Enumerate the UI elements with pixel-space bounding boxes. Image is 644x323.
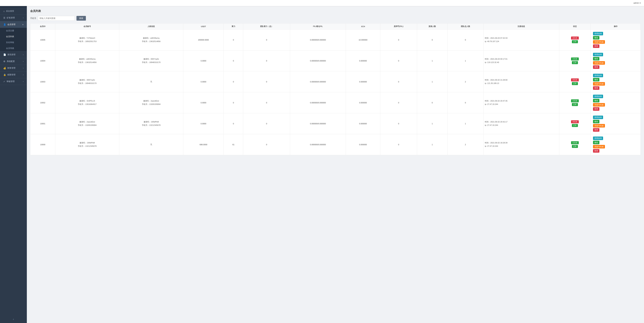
permission-icon: 🔒 xyxy=(3,73,6,76)
superior-info-1: 邀请码：006Y1p0c手机号：18948310170 xyxy=(120,57,182,64)
edit-button-0[interactable]: 修改 xyxy=(593,36,600,39)
cell-fil-2: 0.000000/0.000000 xyxy=(290,71,346,92)
audit-arrow-icon: › xyxy=(23,81,24,82)
delete-button-3[interactable]: 禁用 xyxy=(593,107,600,111)
cell-superior-0: 邀请码：w6D36w1q手机号：13632514856 xyxy=(119,29,183,50)
sidebar-item-member-label: 会员管理 xyxy=(8,23,16,26)
cell-pledge-5: 0 xyxy=(380,134,417,155)
col-header-team-computing: 团队算力（总） xyxy=(243,23,290,29)
sidebar-group-audit: ✓ 审核管理 › xyxy=(0,78,27,85)
sidebar-item-member[interactable]: 👤 会员管理 ∨ xyxy=(0,21,27,28)
sidebar-item-mining-label: 矿机管理 xyxy=(7,16,15,19)
cell-team-computing-3: 0 xyxy=(243,92,290,113)
cell-pledge-0: 0 xyxy=(380,29,417,50)
sidebar-group-mining: ☰ 矿机管理 › xyxy=(0,14,27,21)
view-button-5[interactable]: 查看返佣 xyxy=(593,137,603,140)
audit-icon: ✓ xyxy=(3,80,5,83)
recharge-button-0[interactable]: 充值与扣减 xyxy=(593,40,605,44)
view-button-4[interactable]: 查看返佣 xyxy=(593,116,603,119)
cell-direct-2: 1 xyxy=(417,71,448,92)
mining-icon: ☰ xyxy=(3,16,5,19)
info-icon: 📄 xyxy=(3,53,6,56)
member-account-info-1: 邀请码：w6D30w1q手机号：13632514856 xyxy=(57,57,118,64)
cell-team-total-3: 0 xyxy=(448,92,483,113)
search-label: 手机号 xyxy=(30,17,36,20)
system-config-icon: ⚙ xyxy=(3,60,5,63)
table-header-row: 会员ID 会员账号 上级信息 USDT 算力 团队算力（总） FIL/锁仓FIL… xyxy=(30,23,641,29)
action-cell-1: 查看返佣 修改 充值与扣减 禁用 xyxy=(592,52,639,70)
cell-team-computing-2: 0 xyxy=(243,71,290,92)
sidebar-item-info[interactable]: 📄 资讯管理 › xyxy=(0,51,27,58)
view-button-0[interactable]: 查看返佣 xyxy=(593,32,603,35)
edit-button-3[interactable]: 修改 xyxy=(593,99,600,102)
sidebar-group-finance: 💰 财务管理 › xyxy=(0,65,27,71)
page-title: 会员列表 xyxy=(30,9,641,13)
cell-account-1: 邀请码：w6D30w1q手机号：13632514856 xyxy=(55,50,119,71)
action-cell-5: 查看返佣 修改 充值与扣减 禁用 xyxy=(592,136,639,154)
reg-info-0: 时间：2021-06-03 07:42:33ip: 49.78.107.124 xyxy=(485,36,558,43)
col-header-account: 会员账号 xyxy=(55,23,119,29)
cell-xch-5: 0.000000 xyxy=(346,134,380,155)
reg-info-3: 时间：2021-06-02 20:47:35ip: 27.47.10.244 xyxy=(485,99,558,106)
edit-button-5[interactable]: 修改 xyxy=(593,141,600,144)
sidebar-item-audit[interactable]: ✓ 审核管理 › xyxy=(0,78,27,85)
view-button-1[interactable]: 查看返佣 xyxy=(593,53,603,56)
delete-button-1[interactable]: 禁用 xyxy=(593,65,600,69)
col-header-status: 状态 xyxy=(559,23,591,29)
view-button-3[interactable]: 查看返佣 xyxy=(593,95,603,98)
sidebar-group-member: 👤 会员管理 ∨ 会员注册 会员列表 实名审核 会员等级 xyxy=(0,21,27,51)
topbar-user[interactable]: admin ▾ xyxy=(634,2,641,4)
delete-button-0[interactable]: 禁用 xyxy=(593,44,600,48)
cell-team-total-0: 0 xyxy=(448,29,483,50)
reg-info-5: 时间：2021-06-02 18:28:39ip: 27.47.10.244 xyxy=(485,141,558,148)
delete-button-2[interactable]: 禁用 xyxy=(593,86,600,90)
cell-xch-0: 10.000000 xyxy=(346,29,380,50)
col-header-action: 操作 xyxy=(591,23,641,29)
cell-action-1: 查看返佣 修改 充值与扣减 禁用 xyxy=(591,50,641,71)
col-header-usdt: USDT xyxy=(183,23,224,29)
cell-team-total-2: 2 xyxy=(448,71,483,92)
edit-button-2[interactable]: 修改 xyxy=(593,78,600,81)
sidebar-item-home[interactable]: ⌂ 后台首页 xyxy=(0,8,27,14)
sidebar-item-system[interactable]: ⚙ 系统配置 › xyxy=(0,58,27,65)
recharge-button-2[interactable]: 充值与扣减 xyxy=(593,82,605,86)
table-row: 10005 邀请码：TJ70ekoO手机号：18502551753 邀请码：w6… xyxy=(30,29,641,50)
sidebar-item-finance[interactable]: 💰 财务管理 › xyxy=(0,65,27,71)
reg-info-4: 时间：2021-06-02 20:42:17ip: 27.47.10.244 xyxy=(485,120,558,127)
table-row: 10000 邀请码：1WldPld9手机号：13212345678 无 688.… xyxy=(30,134,641,155)
cell-team-total-1: 1 xyxy=(448,50,483,71)
recharge-button-1[interactable]: 充值与扣减 xyxy=(593,61,605,65)
sidebar-item-permission-label: 权限管理 xyxy=(8,73,16,76)
cell-fil-0: 0.000000/0.000000 xyxy=(290,29,346,50)
delete-button-5[interactable]: 禁用 xyxy=(593,149,600,153)
permission-arrow-icon: › xyxy=(23,74,24,76)
table-row: 10003 邀请码：006Y1p0c手机号：18948310170 无 0.00… xyxy=(30,71,641,92)
sidebar-item-real-name[interactable]: 实名审核 xyxy=(0,39,27,45)
sidebar-item-member-register[interactable]: 会员注册 xyxy=(0,28,27,34)
col-header-reg: 注册信息 xyxy=(483,23,559,29)
cell-team-computing-1: 0 xyxy=(243,50,290,71)
table-row: 10004 邀请码：w6D30w1q手机号：13632514856 邀请码：00… xyxy=(30,50,641,71)
delete-button-4[interactable]: 禁用 xyxy=(593,128,600,132)
view-button-2[interactable]: 查看返佣 xyxy=(593,74,603,77)
cell-account-2: 邀请码：006Y1p0c手机号：18948310170 xyxy=(55,71,119,92)
search-input[interactable] xyxy=(38,16,75,20)
col-header-superior: 上级信息 xyxy=(119,23,183,29)
edit-button-4[interactable]: 修改 xyxy=(593,120,600,123)
edit-button-1[interactable]: 修改 xyxy=(593,57,600,60)
sidebar-collapse-button[interactable]: ‹ xyxy=(0,316,27,323)
sidebar: ▪ 后台管理系统 ⌂ 后台首页 ☰ 矿机管理 › 👤 会员管理 ∨ 会员注册 xyxy=(0,0,27,323)
sidebar-item-member-list[interactable]: 会员列表 xyxy=(0,34,27,39)
sidebar-item-member-level[interactable]: 会员等级 xyxy=(0,45,27,51)
col-header-xch: XCH xyxy=(346,23,380,29)
search-button[interactable]: 搜索 xyxy=(76,16,86,20)
recharge-button-3[interactable]: 充值与扣减 xyxy=(593,103,605,107)
recharge-button-5[interactable]: 充值与扣减 xyxy=(593,145,605,148)
sidebar-item-permission[interactable]: 🔒 权限管理 › xyxy=(0,71,27,78)
member-account-info-3: 邀请码：0n0P0LJ5手机号：13016064917 xyxy=(57,99,118,106)
superior-info-5: 无 xyxy=(120,143,182,146)
cell-reg-5: 时间：2021-06-02 18:28:39ip: 27.47.10.244 xyxy=(483,134,559,155)
sidebar-item-mining[interactable]: ☰ 矿机管理 › xyxy=(0,14,27,21)
recharge-button-4[interactable]: 充值与扣减 xyxy=(593,124,605,127)
sidebar-item-system-label: 系统配置 xyxy=(7,60,15,63)
